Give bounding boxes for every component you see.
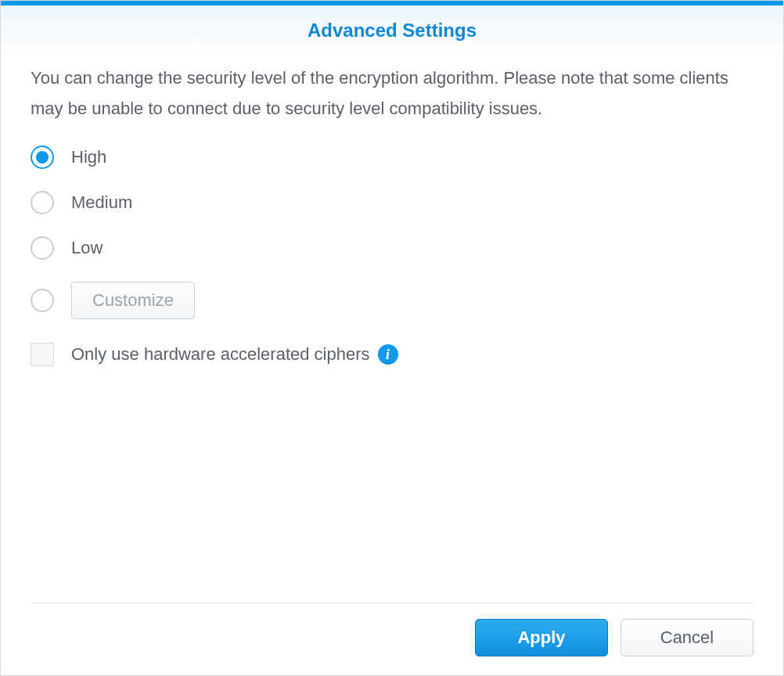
hardware-cipher-row[interactable]: Only use hardware accelerated ciphers i	[31, 343, 753, 366]
radio-label-medium: Medium	[71, 192, 132, 213]
radio-row-customize[interactable]: Customize	[31, 282, 753, 319]
dialog-footer: Apply Cancel	[31, 602, 753, 675]
hardware-cipher-label: Only use hardware accelerated ciphers i	[71, 344, 398, 365]
radio-row-low[interactable]: Low	[31, 236, 753, 260]
radio-high[interactable]	[31, 146, 54, 169]
customize-button[interactable]: Customize	[71, 282, 195, 319]
radio-label-low: Low	[71, 238, 102, 258]
radio-row-high[interactable]: High	[31, 146, 753, 169]
description-text: You can change the security level of the…	[31, 63, 753, 124]
dialog-title: Advanced Settings	[1, 20, 783, 41]
apply-button[interactable]: Apply	[475, 619, 608, 656]
dialog-header: Advanced Settings	[1, 5, 783, 54]
radio-low[interactable]	[31, 236, 54, 260]
cancel-button[interactable]: Cancel	[620, 619, 753, 656]
radio-label-high: High	[71, 147, 106, 167]
advanced-settings-dialog: Advanced Settings You can change the sec…	[0, 0, 784, 676]
radio-customize[interactable]	[31, 289, 54, 312]
radio-row-medium[interactable]: Medium	[31, 191, 753, 214]
radio-medium[interactable]	[31, 191, 54, 214]
info-icon[interactable]: i	[378, 344, 398, 365]
security-level-group: High Medium Low Customize	[31, 146, 753, 319]
dialog-content: You can change the security level of the…	[1, 54, 783, 602]
hardware-cipher-checkbox[interactable]	[31, 343, 54, 366]
hardware-cipher-label-text: Only use hardware accelerated ciphers	[71, 344, 370, 365]
